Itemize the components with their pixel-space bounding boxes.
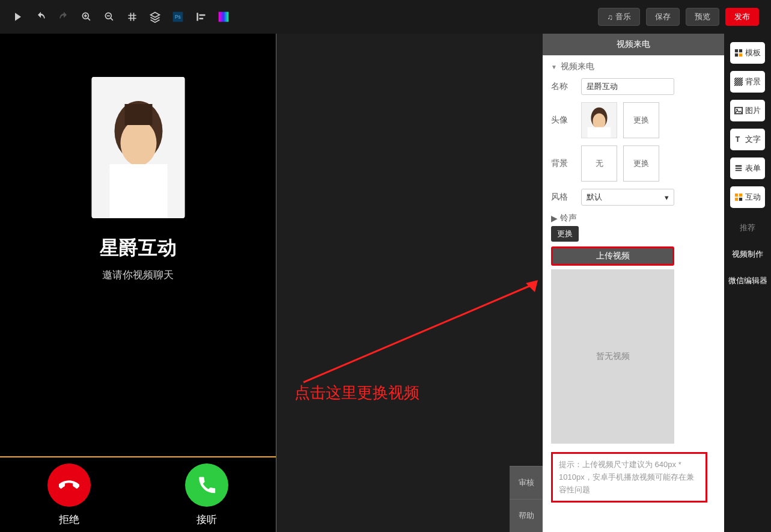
undo-icon[interactable] [35,11,47,23]
align-icon[interactable] [195,11,207,23]
rail-text[interactable]: T文字 [730,129,765,150]
svg-rect-5 [200,14,206,16]
upload-video-button[interactable]: 上传视频 [551,246,674,266]
style-label: 风格 [551,192,575,203]
svg-text:Ps: Ps [175,14,181,20]
annotation-arrow-icon [297,280,538,388]
rail-interact[interactable]: 互动 [730,186,765,208]
accept-button[interactable] [185,463,228,507]
play-icon[interactable] [12,11,24,23]
svg-rect-30 [739,194,742,197]
canvas-area: 星爵互动 邀请你视频聊天 拒绝 接听 点击这里更换视频 审核 帮助 [0,34,543,532]
decline-button[interactable] [47,463,91,507]
bg-label: 背景 [551,158,575,169]
replace-tooltip: 更换 [551,226,579,242]
svg-rect-23 [735,108,742,114]
right-rail: 模板 背景 图片 T文字 表单 互动 推荐 视频制作 微信编辑器 [724,34,771,532]
color-icon[interactable] [218,11,230,23]
rail-template[interactable]: 模板 [730,42,765,64]
svg-rect-32 [739,198,742,201]
name-input[interactable]: 星爵互动 [581,78,674,95]
svg-line-13 [303,284,535,382]
review-tab[interactable]: 审核 [510,466,543,499]
svg-rect-22 [739,54,742,57]
video-placeholder: 暂无视频 [551,269,674,444]
avatar-label: 头像 [551,115,575,126]
sim-avatar [91,77,184,218]
video-make-link[interactable]: 视频制作 [732,249,763,260]
style-select[interactable]: 默认▾ [581,189,674,206]
help-tab[interactable]: 帮助 [510,499,543,532]
save-button[interactable]: 保存 [646,8,680,26]
recommend-label: 推荐 [740,222,755,233]
svg-rect-29 [735,194,738,197]
bg-none: 无 [581,145,617,182]
decline-label: 拒绝 [59,513,79,527]
svg-rect-28 [736,170,742,171]
top-toolbar: Ps ♫ 音乐 保存 预览 发布 [0,0,771,34]
avatar-replace-button[interactable]: 更换 [623,102,659,138]
upload-hint: 提示：上传视频尺寸建议为 640px * 1010px，安卓手机播放视频可能存在… [551,452,707,503]
name-label: 名称 [551,81,575,92]
ringtone-label[interactable]: ▶铃声 [551,213,716,224]
grid-icon[interactable] [126,11,138,23]
zoom-in-icon[interactable] [81,11,93,23]
svg-rect-6 [200,18,204,20]
phone-preview[interactable]: 星爵互动 邀请你视频聊天 拒绝 接听 [0,34,276,532]
svg-rect-4 [197,13,198,20]
sim-subtitle: 邀请你视频聊天 [0,268,276,282]
svg-point-10 [120,120,156,166]
music-button[interactable]: ♫ 音乐 [598,8,640,26]
svg-rect-31 [735,198,738,201]
svg-rect-7 [219,12,229,22]
svg-marker-14 [526,280,538,292]
zoom-out-icon[interactable] [103,11,115,23]
publish-button[interactable]: 发布 [725,8,759,26]
ps-icon[interactable]: Ps [172,11,184,23]
avatar-thumb [581,102,617,138]
annotation-text: 点击这里更换视频 [294,382,419,403]
redo-icon[interactable] [58,11,70,23]
layers-icon[interactable] [149,11,161,23]
rail-image[interactable]: 图片 [730,100,765,121]
svg-rect-12 [124,104,152,125]
sim-caller-name: 星爵互动 [0,235,276,261]
svg-text:T: T [736,135,740,144]
svg-rect-20 [739,49,742,52]
properties-panel: 视频来电 ▼视频来电 名称 星爵互动 头像 更换 背景 无 更换 风格 默认▾ … [543,34,724,532]
rail-background[interactable]: 背景 [730,71,765,93]
preview-button[interactable]: 预览 [686,8,719,26]
svg-rect-27 [736,168,742,169]
panel-title: 视频来电 [543,34,724,55]
svg-point-17 [593,113,605,129]
wechat-editor-link[interactable]: 微信编辑器 [728,275,767,286]
svg-rect-21 [735,54,738,57]
accept-label: 接听 [197,513,217,527]
section-header[interactable]: ▼视频来电 [551,61,716,72]
svg-rect-19 [735,49,738,52]
svg-rect-26 [736,165,742,167]
bg-replace-button[interactable]: 更换 [623,145,659,182]
rail-form[interactable]: 表单 [730,157,765,179]
svg-rect-18 [588,127,611,138]
